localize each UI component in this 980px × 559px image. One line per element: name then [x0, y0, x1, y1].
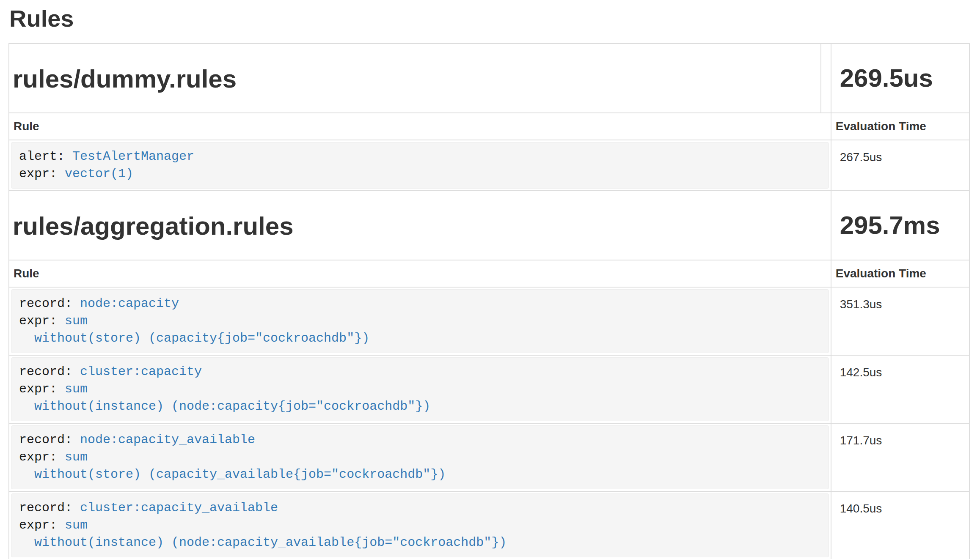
- rule-keyword: expr:: [19, 167, 65, 181]
- rule-group-title: rules/dummy.rules: [13, 65, 817, 93]
- rule-definition-cell: record: cluster:capacity_availableexpr: …: [9, 491, 831, 559]
- rule-keyword: expr:: [19, 382, 65, 396]
- rule-row: record: cluster:capacityexpr: sum withou…: [9, 355, 969, 423]
- rule-group-header-row: rules/dummy.rules 269.5us: [9, 44, 969, 113]
- rule-evaluation-time: 171.7us: [831, 423, 969, 491]
- rule-group-evaluation-time: 269.5us: [831, 44, 969, 113]
- rules-table: rules/dummy.rules 269.5us Rule Evaluatio…: [8, 43, 970, 559]
- rule-keyword: record:: [19, 296, 80, 311]
- rule-group-header-row: rules/aggregation.rules 295.7ms: [9, 191, 969, 260]
- rule-name-link[interactable]: cluster:capacity: [80, 364, 202, 379]
- rule-expr-link[interactable]: sum without(store) (capacity_available{j…: [19, 450, 446, 482]
- rules-page: Rules rules/dummy.rules 269.5us Rule Eva…: [0, 5, 980, 559]
- column-header-row: Rule Evaluation Time: [9, 113, 969, 140]
- page-title: Rules: [9, 5, 972, 32]
- evaluation-time-column-header: Evaluation Time: [831, 113, 969, 140]
- rule-group-title-cell: rules/aggregation.rules: [9, 191, 831, 260]
- rule-group-evaluation-time: 295.7ms: [831, 191, 969, 260]
- rule-evaluation-time: 140.5us: [831, 491, 969, 559]
- rule-definition-cell: record: node:capacity_availableexpr: sum…: [9, 423, 831, 491]
- rule-keyword: record:: [19, 364, 80, 379]
- rule-keyword: alert:: [19, 149, 72, 164]
- rule-definition: record: node:capacity_availableexpr: sum…: [11, 425, 829, 489]
- rule-evaluation-time: 267.5us: [831, 140, 969, 191]
- rule-group-title: rules/aggregation.rules: [13, 212, 827, 240]
- rule-definition-cell: record: node:capacityexpr: sum without(s…: [9, 287, 831, 355]
- rule-row: alert: TestAlertManagerexpr: vector(1) 2…: [9, 140, 969, 191]
- rule-column-header: Rule: [9, 260, 831, 287]
- rule-definition: record: cluster:capacity_availableexpr: …: [11, 493, 829, 557]
- rule-definition: record: node:capacityexpr: sum without(s…: [11, 289, 829, 353]
- rule-row: record: node:capacity_availableexpr: sum…: [9, 423, 969, 491]
- rule-keyword: record:: [19, 433, 80, 447]
- rule-group-title-cell: rules/dummy.rules: [9, 44, 821, 113]
- evaluation-time-column-header: Evaluation Time: [831, 260, 969, 287]
- rule-expr-link[interactable]: sum without(store) (capacity{job="cockro…: [19, 314, 369, 345]
- rule-row: record: node:capacityexpr: sum without(s…: [9, 287, 969, 355]
- rule-keyword: expr:: [19, 450, 65, 464]
- rule-name-link[interactable]: TestAlertManager: [72, 149, 194, 164]
- rule-evaluation-time: 142.5us: [831, 355, 969, 423]
- group-header-spacer-cell: [821, 44, 831, 113]
- rule-keyword: expr:: [19, 518, 65, 532]
- rule-expr-link[interactable]: sum without(instance) (node:capacity_ava…: [19, 518, 507, 550]
- rule-evaluation-time: 351.3us: [831, 287, 969, 355]
- rule-expr-link[interactable]: vector(1): [65, 167, 133, 181]
- rule-name-link[interactable]: cluster:capacity_available: [80, 501, 278, 515]
- rule-name-link[interactable]: node:capacity_available: [80, 433, 255, 447]
- rule-row: record: cluster:capacity_availableexpr: …: [9, 491, 969, 559]
- rule-name-link[interactable]: node:capacity: [80, 296, 179, 311]
- rule-definition: alert: TestAlertManagerexpr: vector(1): [11, 142, 829, 189]
- rule-definition: record: cluster:capacityexpr: sum withou…: [11, 357, 829, 421]
- rule-expr-link[interactable]: sum without(instance) (node:capacity{job…: [19, 382, 430, 414]
- column-header-row: Rule Evaluation Time: [9, 260, 969, 287]
- rule-definition-cell: alert: TestAlertManagerexpr: vector(1): [9, 140, 831, 191]
- rule-column-header: Rule: [9, 113, 831, 140]
- rule-definition-cell: record: cluster:capacityexpr: sum withou…: [9, 355, 831, 423]
- rule-keyword: record:: [19, 501, 80, 515]
- rule-keyword: expr:: [19, 314, 65, 328]
